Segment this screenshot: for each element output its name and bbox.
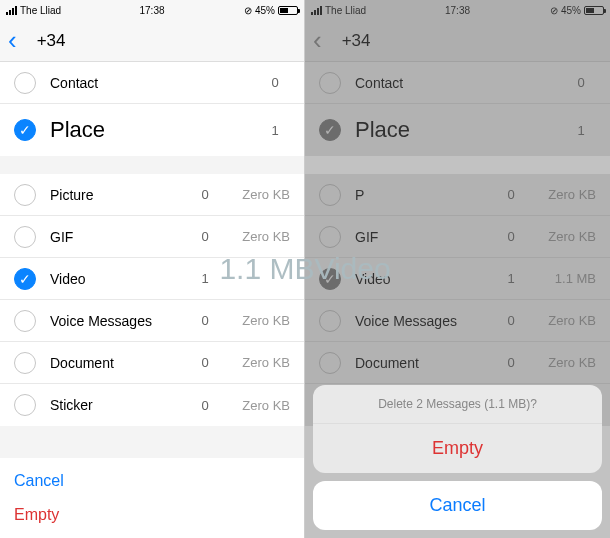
- row-count: 0: [190, 355, 220, 370]
- sheet-empty-button[interactable]: Empty: [313, 424, 602, 473]
- row-label: Contact: [355, 75, 566, 91]
- radio-unchecked[interactable]: [14, 226, 36, 248]
- row-place[interactable]: Place 1: [0, 104, 304, 156]
- row-media[interactable]: Voice Messages0Zero KB: [305, 300, 610, 342]
- row-size: Zero KB: [526, 187, 596, 202]
- row-media[interactable]: GIF0Zero KB: [0, 216, 304, 258]
- signal-icon: [6, 6, 17, 15]
- clock-label: 17:38: [139, 5, 164, 16]
- row-size: Zero KB: [526, 355, 596, 370]
- row-media[interactable]: Video11.1 MB: [305, 258, 610, 300]
- row-count: 0: [496, 355, 526, 370]
- row-count: 0: [566, 75, 596, 90]
- action-sheet: Delete 2 Messages (1.1 MB)? Empty Cancel: [305, 377, 610, 538]
- radio-unchecked[interactable]: [319, 72, 341, 94]
- radio-unchecked[interactable]: [14, 352, 36, 374]
- row-label: Picture: [50, 187, 190, 203]
- radio-checked[interactable]: [319, 268, 341, 290]
- radio-unchecked[interactable]: [14, 394, 36, 416]
- row-size: Zero KB: [220, 313, 290, 328]
- row-count: 0: [496, 313, 526, 328]
- row-size: Zero KB: [220, 187, 290, 202]
- row-size: Zero KB: [220, 398, 290, 413]
- status-bar: The Lliad 17:38 ⊘45%: [305, 0, 610, 20]
- row-count: 0: [190, 313, 220, 328]
- radio-checked[interactable]: [14, 119, 36, 141]
- row-label: Video: [355, 271, 496, 287]
- radio-checked[interactable]: [14, 268, 36, 290]
- row-size: 1.1 MB: [526, 271, 596, 286]
- row-media[interactable]: Picture0Zero KB: [0, 174, 304, 216]
- row-size: Zero KB: [220, 229, 290, 244]
- battery-pct: 45%: [561, 5, 581, 16]
- radio-unchecked[interactable]: [319, 184, 341, 206]
- page-title: +34: [342, 31, 371, 51]
- row-count: 0: [190, 398, 220, 413]
- row-label: Contact: [50, 75, 260, 91]
- row-media[interactable]: Video1: [0, 258, 304, 300]
- signal-icon: [311, 6, 322, 15]
- radio-unchecked[interactable]: [14, 184, 36, 206]
- row-place[interactable]: Place 1: [305, 104, 610, 156]
- row-media[interactable]: Sticker0Zero KB: [0, 384, 304, 426]
- radio-unchecked[interactable]: [319, 226, 341, 248]
- sheet-cancel-button[interactable]: Cancel: [313, 481, 602, 530]
- page-title: +34: [37, 31, 66, 51]
- footer-bar: Cancel Empty: [0, 458, 304, 538]
- row-label: Video: [50, 271, 190, 287]
- nav-header: ‹ +34: [0, 20, 304, 62]
- row-media[interactable]: P0Zero KB: [305, 174, 610, 216]
- back-icon[interactable]: ‹: [8, 25, 17, 56]
- row-label: Place: [50, 117, 260, 143]
- row-count: 0: [496, 187, 526, 202]
- nav-header: ‹ +34: [305, 20, 610, 62]
- radio-unchecked[interactable]: [319, 352, 341, 374]
- row-size: Zero KB: [526, 229, 596, 244]
- radio-unchecked[interactable]: [14, 72, 36, 94]
- row-count: 1: [260, 123, 290, 138]
- row-contact[interactable]: Contact 0: [305, 62, 610, 104]
- row-label: Voice Messages: [50, 313, 190, 329]
- row-contact[interactable]: Contact 0: [0, 62, 304, 104]
- row-count: 1: [190, 271, 220, 286]
- row-size: Zero KB: [220, 355, 290, 370]
- row-label: Document: [355, 355, 496, 371]
- row-size: Zero KB: [526, 313, 596, 328]
- alarm-icon: ⊘: [244, 5, 252, 16]
- row-label: Sticker: [50, 397, 190, 413]
- status-bar: The Lliad 17:38 ⊘45%: [0, 0, 304, 20]
- row-label: GIF: [355, 229, 496, 245]
- row-media[interactable]: Voice Messages0Zero KB: [0, 300, 304, 342]
- radio-unchecked[interactable]: [319, 310, 341, 332]
- radio-unchecked[interactable]: [14, 310, 36, 332]
- row-label: P: [355, 187, 496, 203]
- row-count: 0: [260, 75, 290, 90]
- row-media[interactable]: Document0Zero KB: [0, 342, 304, 384]
- row-count: 1: [566, 123, 596, 138]
- row-count: 1: [496, 271, 526, 286]
- row-media[interactable]: GIF0Zero KB: [305, 216, 610, 258]
- row-label: Voice Messages: [355, 313, 496, 329]
- row-label: Document: [50, 355, 190, 371]
- battery-pct: 45%: [255, 5, 275, 16]
- row-count: 0: [190, 229, 220, 244]
- cancel-button[interactable]: Cancel: [14, 464, 290, 498]
- sheet-title: Delete 2 Messages (1.1 MB)?: [313, 385, 602, 424]
- battery-icon: [278, 6, 298, 15]
- radio-checked[interactable]: [319, 119, 341, 141]
- row-label: GIF: [50, 229, 190, 245]
- row-count: 0: [190, 187, 220, 202]
- row-label: Place: [355, 117, 566, 143]
- alarm-icon: ⊘: [550, 5, 558, 16]
- row-count: 0: [496, 229, 526, 244]
- carrier-label: The Lliad: [325, 5, 366, 16]
- empty-button[interactable]: Empty: [14, 498, 290, 532]
- clock-label: 17:38: [445, 5, 470, 16]
- back-icon[interactable]: ‹: [313, 25, 322, 56]
- carrier-label: The Lliad: [20, 5, 61, 16]
- battery-icon: [584, 6, 604, 15]
